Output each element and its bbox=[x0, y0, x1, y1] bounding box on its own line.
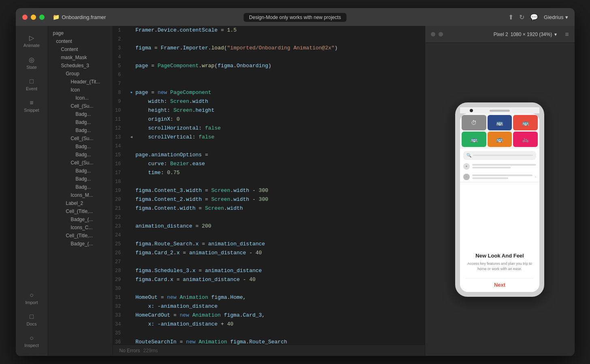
line-content: HomeOut = new Animation figma.Home, bbox=[136, 293, 425, 302]
transport-cell-5: 🚌 bbox=[488, 132, 512, 147]
import-icon: ○ bbox=[30, 292, 34, 299]
phone-notch bbox=[460, 107, 539, 113]
tree-item-cell3[interactable]: Cell_(Su... bbox=[48, 159, 113, 167]
line-content: scrollHorizontal: false bbox=[136, 124, 425, 133]
maximize-button[interactable] bbox=[39, 15, 45, 20]
line-number: 33 bbox=[113, 311, 128, 320]
line-number: 12 bbox=[113, 124, 128, 133]
line-number: 24 bbox=[113, 231, 128, 240]
tree-item-page[interactable]: page bbox=[48, 29, 113, 37]
transport-cell-4: 🚌 bbox=[462, 132, 486, 147]
tree-item-schedules3[interactable]: Schedules_3 bbox=[48, 62, 113, 70]
sidebar-item-state[interactable]: ◎ State bbox=[18, 53, 45, 73]
user-label: Giedrius ▾ bbox=[544, 14, 568, 20]
editor-area: 1Framer.Device.contentScale = 1.523figma… bbox=[113, 26, 425, 356]
minimize-button[interactable] bbox=[31, 15, 36, 20]
tree-item-badge6[interactable]: Badg... bbox=[48, 167, 113, 175]
tree-item-badge2[interactable]: Badg... bbox=[48, 118, 113, 126]
tree-item-icon2[interactable]: Icon... bbox=[48, 94, 113, 102]
tree-item-cell1[interactable]: Cell_(Su... bbox=[48, 102, 113, 110]
line-number: 32 bbox=[113, 302, 128, 311]
code-line: 14 bbox=[113, 142, 425, 151]
folder-icon: 📁 bbox=[53, 14, 60, 20]
sidebar-item-inspect[interactable]: ○ Inspect bbox=[18, 331, 45, 351]
sidebar-item-event[interactable]: □ Event bbox=[18, 75, 45, 94]
tree-item-group[interactable]: Group bbox=[48, 70, 113, 78]
search-icon: 🔍 bbox=[466, 153, 471, 158]
tree-item-content2[interactable]: Content bbox=[48, 45, 113, 53]
list-icon-2: ○ bbox=[463, 174, 470, 180]
tree-item-icon[interactable]: Icon bbox=[48, 86, 113, 94]
sidebar-item-label: Inspect bbox=[24, 343, 38, 348]
code-editor[interactable]: 1Framer.Device.contentScale = 1.523figma… bbox=[113, 26, 425, 345]
share-icon[interactable]: ⬆ bbox=[508, 13, 513, 21]
tree-item-badge3[interactable]: Badg... bbox=[48, 126, 113, 134]
code-line: 8●page = new PageComponent bbox=[113, 88, 425, 97]
sidebar-item-import[interactable]: ○ Import bbox=[18, 288, 45, 308]
line-content bbox=[136, 258, 425, 266]
sidebar-item-animate[interactable]: ▷ Animate bbox=[18, 31, 45, 51]
line-marker bbox=[128, 168, 136, 177]
tree-item-badge8[interactable]: Badg... bbox=[48, 183, 113, 191]
left-sidebar: ▷ Animate ◎ State □ Event ≡ Snippet ○ Im… bbox=[16, 26, 48, 356]
line-number: 28 bbox=[113, 266, 128, 275]
code-line: 12 scrollHorizontal: false bbox=[113, 124, 425, 133]
tree-item-badge9[interactable]: Badge_(... bbox=[48, 215, 113, 224]
menu-icon[interactable]: ≡ bbox=[565, 31, 569, 38]
refresh-icon[interactable]: ↻ bbox=[519, 13, 524, 21]
tree-item-celltitle1[interactable]: Cell_(Title,... bbox=[48, 207, 113, 215]
tree-item-badge7[interactable]: Badg... bbox=[48, 175, 113, 183]
line-marker bbox=[128, 266, 136, 275]
line-marker bbox=[128, 35, 136, 44]
tree-item-content[interactable]: content bbox=[48, 37, 113, 45]
phone-camera bbox=[470, 109, 473, 112]
tree-item-badge1[interactable]: Badg... bbox=[48, 110, 113, 118]
tree-item-badge5[interactable]: Badg... bbox=[48, 151, 113, 159]
tree-item-badge10[interactable]: Badge_(... bbox=[48, 240, 113, 248]
line-number: 36 bbox=[113, 338, 128, 345]
sidebar-item-label: Import bbox=[25, 300, 38, 305]
list-lines-2 bbox=[472, 175, 532, 179]
code-line: 13◀ scrollVertical: false bbox=[113, 133, 425, 142]
tree-item-header[interactable]: Header_(Tit... bbox=[48, 78, 113, 86]
tree-item-label2[interactable]: Label_2 bbox=[48, 199, 113, 207]
line-number: 13 bbox=[113, 133, 128, 142]
main-layout: ▷ Animate ◎ State □ Event ≡ Snippet ○ Im… bbox=[16, 26, 575, 356]
sidebar-item-docs[interactable]: □ Docs bbox=[18, 310, 45, 330]
tree-item-mask[interactable]: mask_Mask bbox=[48, 53, 113, 62]
line-content: page = new PageComponent bbox=[136, 88, 425, 97]
traffic-lights bbox=[22, 15, 45, 20]
preview-panel: Pixel 2 1080 × 1920 (34%) ▾ ≡ bbox=[425, 26, 575, 356]
preview-dot-1 bbox=[431, 32, 435, 36]
line-number: 5 bbox=[113, 62, 128, 70]
code-line: 22 bbox=[113, 213, 425, 222]
line-marker bbox=[128, 79, 136, 88]
line-number: 2 bbox=[113, 35, 128, 44]
next-button[interactable]: Next bbox=[466, 278, 534, 288]
transport-grid: ⏱ 🚌 🚌 🚌 🚌 🚲 bbox=[460, 113, 539, 149]
code-line: 29figma.Card.x = animation_distance - 40 bbox=[113, 275, 425, 284]
sidebar-item-label: Animate bbox=[23, 43, 40, 48]
animate-icon: ▷ bbox=[29, 34, 34, 42]
tree-item-icons[interactable]: Icons_M... bbox=[48, 191, 113, 199]
line-marker bbox=[128, 177, 136, 186]
line-marker bbox=[128, 62, 136, 70]
line-number: 9 bbox=[113, 97, 128, 106]
tree-item-celltitle2[interactable]: Cell_(Title,... bbox=[48, 232, 113, 240]
docs-icon: □ bbox=[30, 313, 34, 320]
chevron-down-icon[interactable]: ▾ bbox=[565, 14, 568, 20]
sidebar-item-snippet[interactable]: ≡ Snippet bbox=[18, 96, 45, 116]
code-line: 2 bbox=[113, 35, 425, 44]
line-content bbox=[136, 231, 425, 240]
code-line: 19figma.Content_3.width = Screen.width -… bbox=[113, 186, 425, 195]
line-number: 1 bbox=[113, 26, 128, 35]
line-marker bbox=[128, 151, 136, 160]
tree-item-cell2[interactable]: Cell_(Su... bbox=[48, 134, 113, 143]
tree-item-badge4[interactable]: Badg... bbox=[48, 143, 113, 151]
chevron-down-icon[interactable]: ▾ bbox=[554, 32, 557, 37]
chat-icon[interactable]: 💬 bbox=[530, 13, 538, 21]
sidebar-item-label: State bbox=[26, 65, 37, 70]
tree-item-iconsc[interactable]: Icons_C... bbox=[48, 224, 113, 232]
close-button[interactable] bbox=[22, 15, 28, 20]
line-marker bbox=[128, 258, 136, 266]
